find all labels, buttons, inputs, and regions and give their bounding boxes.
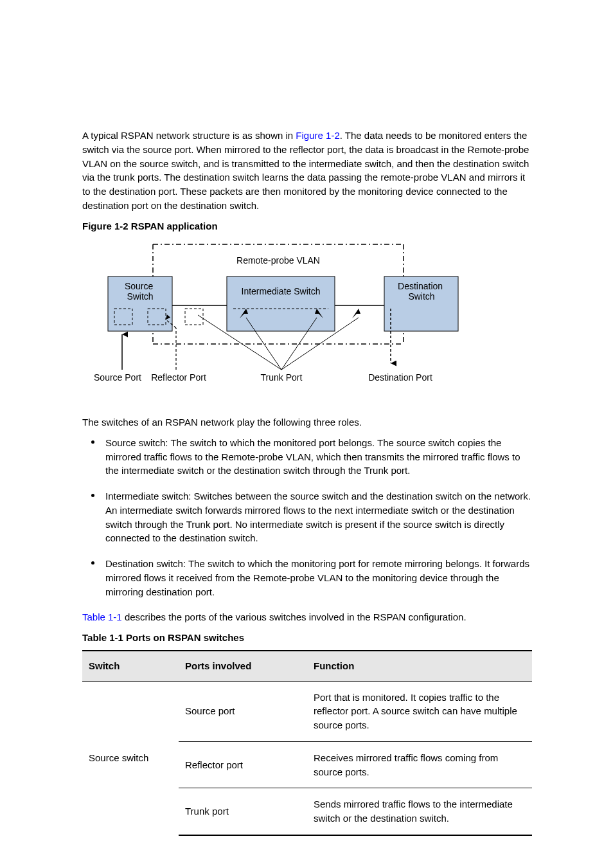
source-port-label: Source Port — [94, 372, 141, 383]
cell-function: Sends mirrored traffic flows to the inte… — [307, 788, 532, 835]
destination-port-label: Destination Port — [368, 372, 432, 383]
intermediate-switch-label: Intermediate Switch — [242, 286, 321, 296]
role-item-destination: Destination switch: The switch to which … — [82, 557, 531, 599]
table-lead: Table 1-1 describes the ports of the var… — [82, 610, 531, 624]
table-header-ports: Ports involved — [179, 651, 307, 681]
table-header-row: Switch Ports involved Function — [82, 651, 532, 681]
cell-port: Trunk port — [179, 788, 307, 835]
svg-rect-8 — [227, 276, 335, 331]
table-header-function: Function — [307, 651, 532, 681]
table-row: Source switch Source port Port that is m… — [82, 681, 532, 741]
table-reference: Table 1-1 — [82, 611, 122, 622]
intro-text-post: . The data needs to be monitored enters … — [82, 130, 529, 211]
remote-probe-vlan-label: Remote-probe VLAN — [236, 255, 320, 266]
table-header-switch: Switch — [82, 651, 179, 681]
cell-switch: Source switch — [82, 681, 179, 835]
trunk-port-label: Trunk Port — [261, 372, 303, 383]
page: A typical RSPAN network structure is as … — [0, 0, 613, 868]
role-item-intermediate: Intermediate switch: Switches between th… — [82, 489, 531, 545]
cell-function: Receives mirrored traffic flows coming f… — [307, 741, 532, 788]
figure-caption: Figure 1-2 RSPAN application — [82, 219, 531, 233]
role-item-source: Source switch: The switch to which the m… — [82, 436, 531, 478]
roles-lead: The switches of an RSPAN network play th… — [82, 415, 531, 429]
cell-function: Port that is monitored. It copies traffi… — [307, 681, 532, 741]
roles-list: Source switch: The switch to which the m… — [82, 436, 531, 599]
table-lead-post: describes the ports of the various switc… — [122, 611, 466, 622]
ports-table: Switch Ports involved Function Source sw… — [82, 650, 532, 836]
source-switch-label: Source Switch — [125, 281, 155, 302]
intro-paragraph: A typical RSPAN network structure is as … — [82, 129, 531, 213]
rspan-diagram: Remote-probe VLAN Source Switch Intermed… — [82, 238, 481, 396]
cell-port: Reflector port — [179, 741, 307, 788]
reflector-port-label: Reflector Port — [151, 372, 206, 383]
cell-port: Source port — [179, 681, 307, 741]
figure-reference: Figure 1-2 — [296, 130, 339, 141]
table-caption: Table 1-1 Ports on RSPAN switches — [82, 631, 531, 645]
intro-text-pre: A typical RSPAN network structure is as … — [82, 130, 296, 141]
